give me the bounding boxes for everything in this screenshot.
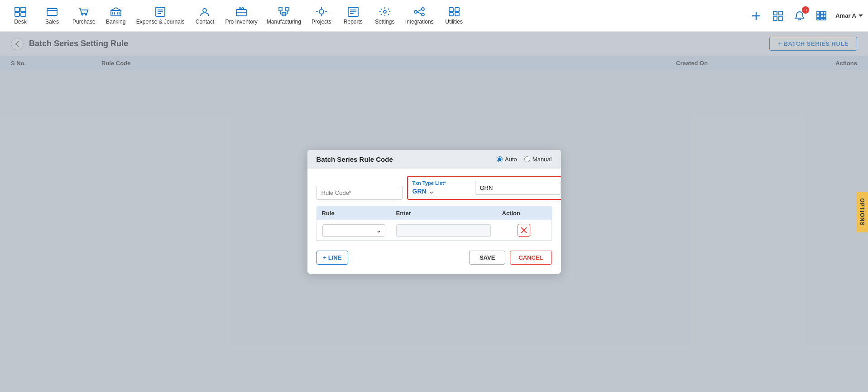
radio-group: Auto Manual: [497, 156, 551, 163]
grn-input[interactable]: [475, 181, 561, 195]
txn-type-value: GRN: [412, 188, 427, 195]
modal-body: Txn Type List* GRN ⌄ Rule Enter: [307, 169, 561, 274]
nav-desk[interactable]: Desk: [5, 4, 36, 28]
txn-type-box: Txn Type List* GRN ⌄: [407, 176, 561, 200]
svg-rect-41: [449, 8, 453, 12]
radio-auto-input[interactable]: [497, 156, 503, 162]
nav-utilities[interactable]: Utilities: [438, 4, 470, 28]
radio-auto[interactable]: Auto: [497, 156, 517, 163]
txn-type-dropdown-arrow[interactable]: ⌄: [428, 187, 434, 195]
nav-projects[interactable]: Projects: [306, 4, 337, 28]
col-enter: Enter: [391, 206, 497, 220]
form-row-1: Txn Type List* GRN ⌄: [317, 176, 552, 200]
svg-rect-0: [15, 7, 19, 12]
action-cell: [496, 220, 551, 240]
nav-banking[interactable]: Banking: [100, 4, 132, 28]
rule-table-header: Rule Enter Action: [317, 206, 552, 220]
col-action: Action: [497, 206, 552, 220]
svg-rect-50: [779, 17, 782, 20]
svg-point-6: [86, 14, 87, 15]
svg-rect-54: [817, 15, 820, 18]
notifications-button[interactable]: 0: [792, 8, 807, 24]
svg-rect-47: [773, 11, 777, 15]
svg-rect-52: [820, 11, 823, 14]
svg-rect-17: [236, 10, 246, 16]
svg-line-39: [417, 10, 422, 12]
svg-rect-20: [286, 8, 289, 11]
svg-rect-59: [823, 19, 826, 20]
nav-purchase[interactable]: Purchase: [68, 4, 100, 28]
rule-dropdown-cell: ⌄: [317, 221, 391, 240]
svg-rect-42: [455, 8, 459, 12]
svg-point-35: [384, 10, 386, 13]
svg-rect-48: [779, 11, 782, 15]
modal-header: Batch Series Rule Code Auto Manual: [307, 150, 561, 169]
batch-series-rule-modal: Batch Series Rule Code Auto Manual: [307, 150, 561, 274]
svg-rect-51: [817, 11, 820, 14]
svg-line-40: [417, 12, 422, 14]
txn-type-label: Txn Type List*: [412, 180, 471, 186]
nav-settings[interactable]: Settings: [369, 4, 401, 28]
svg-point-16: [203, 9, 206, 12]
txn-type-select-group: Txn Type List* GRN ⌄: [412, 180, 471, 195]
add-button[interactable]: [748, 8, 764, 24]
rule-code-field-group: [317, 186, 403, 200]
user-menu[interactable]: Amar A: [835, 12, 863, 19]
svg-rect-2: [15, 13, 19, 16]
apps-button[interactable]: [814, 8, 829, 24]
svg-point-26: [319, 10, 324, 14]
nav-sales[interactable]: Sales: [36, 4, 68, 28]
txn-type-select-row: GRN ⌄: [412, 187, 471, 195]
nav-reports[interactable]: Reports: [337, 4, 369, 28]
rule-code-input[interactable]: [317, 186, 403, 200]
enter-cell: [391, 221, 496, 240]
grid-button[interactable]: [770, 8, 786, 24]
svg-rect-19: [279, 8, 282, 11]
svg-rect-3: [21, 13, 26, 16]
nav-integrations[interactable]: Integrations: [401, 4, 438, 28]
svg-point-38: [422, 13, 424, 16]
options-tab[interactable]: OPTIONS: [856, 192, 868, 232]
nav-contact[interactable]: Contact: [189, 4, 221, 28]
svg-rect-43: [449, 13, 453, 16]
nav-expense-journals[interactable]: Expense & Journals: [132, 4, 189, 28]
save-button[interactable]: SAVE: [469, 251, 505, 265]
svg-rect-4: [47, 9, 57, 15]
modal-footer: + LINE SAVE CANCEL: [317, 245, 552, 265]
svg-point-5: [82, 14, 83, 15]
modal-overlay: Batch Series Rule Code Auto Manual: [0, 32, 868, 392]
svg-rect-56: [823, 15, 826, 18]
cancel-button[interactable]: CANCEL: [510, 251, 551, 265]
enter-input[interactable]: [396, 224, 491, 237]
col-rule: Rule: [317, 206, 391, 220]
notification-count: 0: [802, 6, 809, 14]
svg-rect-58: [820, 19, 823, 20]
svg-rect-49: [773, 17, 777, 20]
delete-row-button[interactable]: [518, 224, 530, 237]
svg-point-37: [422, 8, 424, 10]
svg-rect-55: [820, 15, 823, 18]
svg-rect-53: [823, 11, 826, 14]
nav-right-actions: 0 Amar A: [748, 8, 863, 24]
svg-rect-57: [817, 19, 820, 20]
nav-pro-inventory[interactable]: Pro Inventory: [221, 4, 262, 28]
svg-rect-44: [455, 13, 459, 16]
add-line-button[interactable]: + LINE: [317, 251, 349, 265]
top-navigation: Desk Sales Purchase Banking Expense & Jo…: [0, 0, 868, 32]
nav-manufacturing[interactable]: Manufacturing: [262, 4, 306, 28]
rule-select-dropdown[interactable]: ⌄: [322, 224, 385, 237]
rule-table-row: ⌄: [317, 220, 552, 241]
footer-actions: SAVE CANCEL: [469, 251, 552, 265]
dropdown-chevron-icon: ⌄: [376, 227, 381, 234]
svg-point-36: [414, 10, 417, 13]
svg-rect-1: [21, 7, 26, 12]
page-background: Batch Series Setting Rule + BATCH SERIES…: [0, 32, 868, 392]
modal-title: Batch Series Rule Code: [317, 155, 393, 163]
radio-manual[interactable]: Manual: [524, 156, 552, 163]
rule-table: Rule Enter Action ⌄: [317, 206, 552, 241]
radio-manual-input[interactable]: [524, 156, 530, 162]
